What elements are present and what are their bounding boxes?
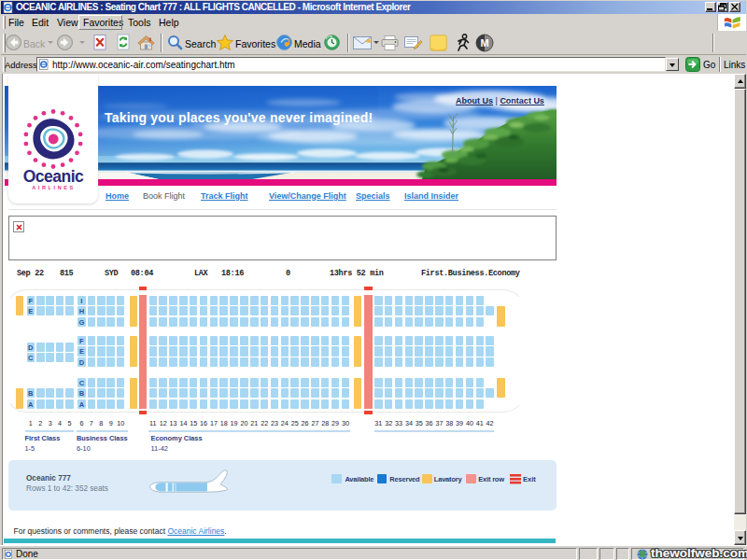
svg-text:Oceanic: Oceanic (23, 167, 84, 186)
svg-text:AIRLINES: AIRLINES (32, 185, 75, 190)
svg-text:Taking you places you've never: Taking you places you've never imagined! (105, 110, 373, 125)
svg-text:M: M (480, 37, 488, 49)
